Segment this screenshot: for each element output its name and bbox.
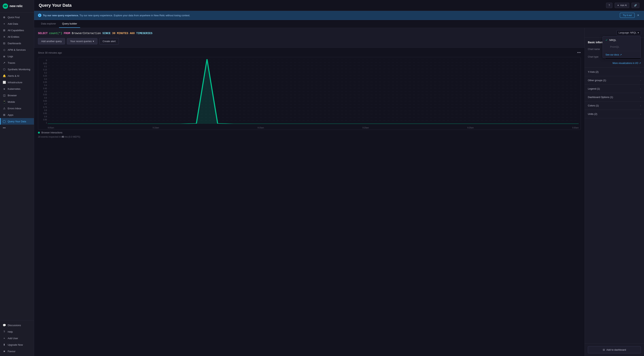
lang-option-nrql[interactable]: ✓ NRQL	[603, 36, 641, 43]
nav-label-all-entities: All Entities	[8, 35, 19, 38]
add-dashboard-label: Add to dashboard	[606, 348, 626, 351]
chart-type-label: Chart type	[588, 55, 603, 58]
sidebar-item-all-entities[interactable]: ≡ All Entities	[0, 33, 34, 40]
bottom-icon-favour: ★	[3, 350, 6, 353]
sidebar-item-browser[interactable]: ◫ Browser	[0, 92, 34, 99]
query-actions: Add another query Your recent queries ▾ …	[38, 38, 581, 44]
section-header-units[interactable]: Units (2) ›	[585, 110, 644, 118]
promql-label: PromQL	[610, 45, 619, 48]
sidebar-item-apps[interactable]: ⊞ Apps	[0, 112, 34, 118]
chevron-right-icon: ›	[640, 88, 641, 90]
sidebar-item-synthetic-monitoring[interactable]: ⬡ Synthetic Monitoring	[0, 66, 34, 73]
query-section: SELECT count(*) FROM BrowserInteraction …	[34, 28, 584, 356]
chevron-right-icon: ›	[640, 79, 641, 82]
nav-label-kubernetes: Kubernetes	[8, 87, 20, 90]
sidebar-item-discussions[interactable]: 💬 Discussions	[0, 322, 34, 329]
nav-label-quick-find: Quick Find	[8, 16, 20, 19]
info-icon: i	[38, 13, 42, 17]
chart-svg	[48, 59, 579, 124]
section-colors: Colors (1) ›	[585, 101, 644, 110]
section-label-units: Units (2)	[588, 113, 597, 115]
query-text[interactable]: SELECT count(*) FROM BrowserInteraction …	[38, 31, 581, 35]
section-header-dashboard-options[interactable]: Dashboard Options (1) ›	[585, 93, 644, 101]
table-name: BrowserInteraction	[72, 32, 101, 35]
banner-close-button[interactable]: ×	[636, 13, 640, 17]
logo-text: new relic	[10, 4, 22, 8]
stats-text: 28 events inspected in	[38, 136, 62, 138]
sidebar-item-traces[interactable]: ↗ Traces	[0, 59, 34, 66]
section-other-groups: Other groups (1) ›	[585, 76, 644, 85]
tab-query-builder[interactable]: Query builder	[59, 20, 80, 28]
section-header-legend[interactable]: Legend (1) ›	[585, 85, 644, 93]
chevron-right-icon: ›	[640, 105, 641, 107]
bottom-label-favour: Favour	[8, 350, 15, 353]
nav-label-apps: Apps	[8, 114, 14, 116]
chart-header: Since 30 minutes ago •••	[38, 51, 581, 55]
lang-option-promql[interactable]: PromQL	[603, 43, 641, 50]
keyword-since: SINCE	[102, 32, 110, 35]
banner-description: Try our new query experience. Explore yo…	[80, 14, 190, 17]
logo: NR new relic	[0, 0, 34, 12]
help-icon: ?	[608, 4, 610, 7]
sidebar-more[interactable]: •••	[0, 125, 34, 131]
sidebar-item-kubernetes[interactable]: ⎈ Kubernetes	[0, 86, 34, 92]
check-icon: ✓	[606, 38, 608, 41]
bottom-icon-upgrade-now: ⬆	[3, 343, 6, 346]
nav-icon-all-capabilities: ⊞	[3, 29, 6, 32]
sidebar-bottom: 💬 Discussions ? Help + Add User ⬆ Upgrad…	[0, 320, 34, 356]
nav-icon-query-your-data: ◯	[3, 120, 6, 123]
chevron-down-icon: ▾	[93, 40, 94, 43]
stats-time: 40	[62, 136, 64, 138]
bottom-label-help: Help	[8, 330, 13, 333]
stats-meps: (0.0 MEPS)	[68, 136, 80, 138]
sidebar-item-errors-inbox[interactable]: ⚠ Errors Inbox	[0, 105, 34, 112]
keyword-select: SELECT	[38, 32, 48, 35]
more-icon: •••	[3, 126, 6, 129]
sidebar-item-alerts-ai[interactable]: 🔔 Alerts & AI	[0, 73, 34, 79]
language-selector[interactable]: Language: NRQL ▾	[616, 30, 641, 35]
stats-unit: ms	[64, 136, 68, 138]
sidebar-item-add-data[interactable]: + Add Data	[0, 20, 34, 27]
tab-data-explorer[interactable]: Data explorer	[38, 20, 59, 28]
sidebar-item-quick-find[interactable]: ⊕ Quick Find	[0, 14, 34, 20]
section-label-colors: Colors (1)	[588, 104, 599, 107]
section-header-colors[interactable]: Colors (1) ›	[585, 101, 644, 110]
nav-label-synthetic-monitoring: Synthetic Monitoring	[8, 68, 30, 71]
sidebar-item-upgrade-now[interactable]: ⬆ Upgrade Now	[0, 342, 34, 348]
add-to-dashboard-button[interactable]: ⊟ Add to dashboard	[588, 346, 641, 353]
viz-link[interactable]: More visualizations in I/O ↗	[588, 62, 641, 64]
info-banner: i Try our new query experience. Try our …	[34, 11, 644, 20]
sidebar-item-favour[interactable]: ★ Favour	[0, 348, 34, 355]
link-icon: 🔗	[634, 4, 637, 7]
sidebar-item-add-user[interactable]: + Add User	[0, 335, 34, 342]
sidebar-item-mobile[interactable]: 📱 Mobile	[0, 99, 34, 105]
link-button[interactable]: 🔗	[632, 3, 640, 8]
section-label-dashboard-options: Dashboard Options (1)	[588, 96, 613, 99]
keyword-from: FROM	[64, 32, 70, 35]
sidebar-item-infrastructure[interactable]: ⬜ Infrastructure	[0, 79, 34, 86]
chart-more-button[interactable]: •••	[577, 51, 581, 55]
nav-icon-all-entities: ≡	[3, 35, 6, 38]
sidebar-item-apm-services[interactable]: ◇ APM & Services	[0, 46, 34, 53]
section-label-legend: Legend (1)	[588, 87, 600, 90]
sidebar-item-help[interactable]: ? Help	[0, 329, 34, 335]
tabs: Data explorer Query builder	[34, 20, 644, 28]
section-header-y-axis[interactable]: Y-Axis (2) ›	[585, 68, 644, 76]
sidebar-item-query-your-data[interactable]: ◯ Query Your Data	[0, 118, 34, 125]
sidebar-item-dashboards[interactable]: ⊟ Dashboards	[0, 40, 34, 46]
recent-queries-button[interactable]: Your recent queries ▾	[67, 38, 97, 44]
bottom-label-discussions: Discussions	[8, 324, 21, 327]
add-query-button[interactable]: Add another query	[38, 38, 65, 44]
banner-text: Try our new query experience. Try our ne…	[43, 14, 190, 17]
recent-queries-label: Your recent queries	[70, 40, 92, 43]
help-button[interactable]: ?	[606, 3, 612, 8]
dashboard-icon: ⊟	[603, 348, 605, 351]
sidebar-item-logs[interactable]: ≣ Logs	[0, 53, 34, 59]
try-out-button[interactable]: Try it out	[620, 13, 634, 18]
section-header-other-groups[interactable]: Other groups (1) ›	[585, 76, 644, 84]
language-selector-wrapper: Language: NRQL ▾ ✓ NRQL PromQL See	[585, 28, 644, 38]
see-docs-link[interactable]: See our docs ↗	[603, 52, 641, 58]
ask-ai-button[interactable]: ✦ Ask AI	[615, 3, 629, 8]
sidebar-item-all-capabilities[interactable]: ⊞ All Capabilities	[0, 27, 34, 33]
create-alert-button[interactable]: Create alert	[99, 38, 119, 44]
